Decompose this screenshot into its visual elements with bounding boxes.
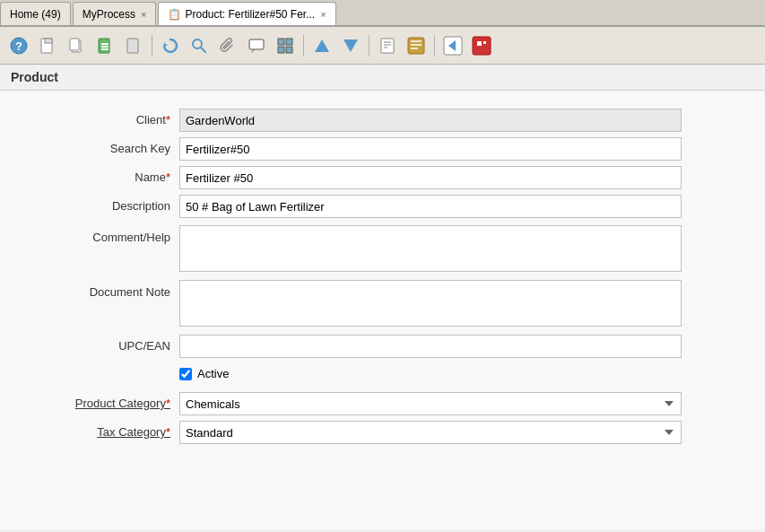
name-input[interactable] <box>179 166 682 189</box>
find-button[interactable] <box>186 32 213 59</box>
toolbar: ? <box>0 27 765 65</box>
form-container: Client* Search Key Name* Description <box>0 91 765 529</box>
grid-button[interactable] <box>272 32 299 59</box>
svg-rect-19 <box>286 47 292 53</box>
prev-button[interactable] <box>309 32 335 59</box>
delete-icon <box>96 37 114 55</box>
upc-field <box>179 335 682 358</box>
field-row-upc: UPC/EAN <box>0 335 765 360</box>
help-button[interactable]: ? <box>5 32 32 59</box>
chat-icon <box>248 37 265 55</box>
client-field <box>179 109 682 132</box>
product-category-label[interactable]: Product Category* <box>0 392 179 410</box>
comment-textarea[interactable] <box>179 225 682 272</box>
name-label: Name* <box>0 166 179 184</box>
back-button[interactable] <box>439 32 466 59</box>
tab-bar: Home (49) MyProcess × 📋 Product: Fertili… <box>0 0 765 27</box>
field-row-product-category: Product Category* Chemicals Fertilizers … <box>0 392 765 417</box>
delete-button[interactable] <box>91 32 118 59</box>
product-category-select[interactable]: Chemicals Fertilizers Seeds Tools <box>179 392 682 415</box>
upc-label: UPC/EAN <box>0 335 179 353</box>
tab-product-icon: 📋 <box>168 8 181 21</box>
toolbar-sep-4 <box>434 35 435 57</box>
svg-line-13 <box>201 48 205 52</box>
undo-icon <box>125 37 143 55</box>
tax-category-label[interactable]: Tax Category* <box>0 421 179 439</box>
client-input[interactable] <box>179 109 682 132</box>
toolbar-sep-2 <box>303 35 304 57</box>
description-field <box>179 195 682 218</box>
svg-rect-26 <box>408 38 424 54</box>
svg-rect-22 <box>381 39 394 53</box>
toolbar-sep-3 <box>369 35 369 57</box>
grid-icon <box>276 37 294 55</box>
active-label: Active <box>197 367 229 380</box>
product-category-field: Chemicals Fertilizers Seeds Tools <box>179 392 682 415</box>
chat-button[interactable] <box>243 32 270 59</box>
name-field <box>179 166 682 189</box>
active-spacer <box>0 363 179 368</box>
tab-myprocess-close[interactable]: × <box>141 9 146 20</box>
field-row-search-key: Search Key <box>0 137 765 162</box>
tax-category-select[interactable]: Standard Reduced Exempt <box>179 421 682 444</box>
refresh-icon <box>161 37 179 55</box>
next-button[interactable] <box>337 32 364 59</box>
tab-home[interactable]: Home (49) <box>0 2 71 25</box>
svg-rect-3 <box>45 39 52 43</box>
active-field: Active <box>179 363 682 380</box>
svg-rect-5 <box>70 39 79 50</box>
svg-rect-17 <box>286 39 292 45</box>
attach-button[interactable] <box>214 32 241 59</box>
tab-home-label: Home (49) <box>10 8 61 21</box>
undo-button[interactable] <box>120 32 147 59</box>
prev-icon <box>313 37 331 55</box>
svg-rect-10 <box>127 39 138 53</box>
new-icon <box>39 37 57 55</box>
field-row-client: Client* <box>0 109 765 134</box>
field-row-name: Name* <box>0 166 765 191</box>
report-button[interactable] <box>374 32 401 59</box>
home-icon <box>472 36 491 56</box>
description-input[interactable] <box>179 195 682 218</box>
attach-icon <box>219 37 237 55</box>
svg-marker-20 <box>315 39 329 52</box>
description-label: Description <box>0 195 179 213</box>
report-icon <box>378 37 396 55</box>
tab-myprocess[interactable]: MyProcess × <box>73 2 157 25</box>
svg-rect-18 <box>278 47 284 53</box>
search-key-input[interactable] <box>179 137 682 161</box>
svg-marker-21 <box>343 39 358 52</box>
toolbar-sep-1 <box>152 35 152 57</box>
field-row-tax-category: Tax Category* Standard Reduced Exempt <box>0 421 765 446</box>
home-button[interactable] <box>468 32 495 59</box>
docnote-label: Document Note <box>0 280 179 299</box>
comment-field <box>179 225 682 275</box>
search-key-label: Search Key <box>0 137 179 155</box>
active-checkbox-row: Active <box>179 363 682 380</box>
docnote-textarea[interactable] <box>179 280 682 327</box>
tab-product-close[interactable]: × <box>320 9 326 20</box>
tab-product-label: Product: Fertilizer#50 Fer... <box>185 8 315 21</box>
tax-category-field: Standard Reduced Exempt <box>179 421 682 444</box>
svg-rect-14 <box>249 39 264 49</box>
copy-button[interactable] <box>63 32 90 59</box>
new-button[interactable] <box>34 32 61 59</box>
svg-rect-34 <box>483 41 486 44</box>
back-icon <box>443 36 463 56</box>
copy-icon <box>67 37 85 55</box>
field-row-docnote: Document Note <box>0 280 765 329</box>
svg-text:?: ? <box>15 39 22 53</box>
history-button[interactable] <box>403 32 430 59</box>
tab-product[interactable]: 📋 Product: Fertilizer#50 Fer... × <box>158 2 335 25</box>
find-icon <box>190 37 208 55</box>
history-icon <box>406 36 426 56</box>
next-icon <box>342 37 360 55</box>
svg-rect-33 <box>477 41 482 46</box>
tab-myprocess-label: MyProcess <box>83 8 135 21</box>
active-checkbox[interactable] <box>179 368 192 380</box>
page-title: Product <box>0 65 765 91</box>
field-row-comment: Comment/Help <box>0 225 765 275</box>
field-row-active: Active <box>0 363 765 388</box>
upc-input[interactable] <box>179 335 682 358</box>
refresh-button[interactable] <box>157 32 184 59</box>
